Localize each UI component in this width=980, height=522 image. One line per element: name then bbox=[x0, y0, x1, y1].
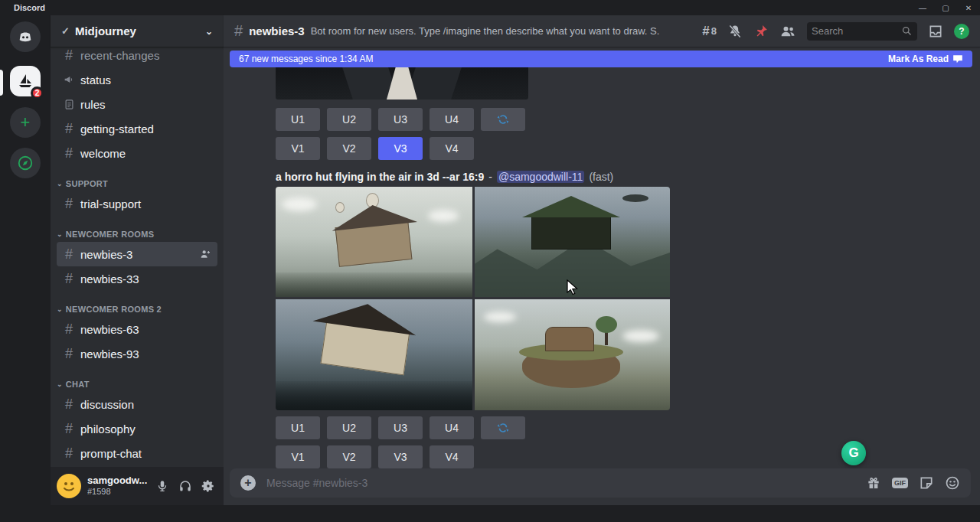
inbox-button[interactable] bbox=[928, 24, 943, 39]
close-button[interactable]: ✕ bbox=[957, 0, 980, 15]
add-server-button[interactable]: + bbox=[10, 107, 41, 138]
u4-button[interactable]: U4 bbox=[430, 416, 474, 439]
category-newcomer-rooms-2[interactable]: ⌄ NEWCOMER ROOMS 2 bbox=[57, 302, 217, 317]
emoji-icon[interactable] bbox=[945, 475, 960, 491]
gear-icon bbox=[201, 479, 215, 493]
help-button[interactable]: ? bbox=[954, 24, 969, 39]
gif-picker-button[interactable]: GIF bbox=[892, 478, 908, 488]
generated-image-4[interactable] bbox=[475, 299, 670, 410]
discord-window: Discord — ▢ ✕ 2 + bbox=[0, 0, 980, 522]
mark-as-read-button[interactable]: Mark As Read bbox=[888, 54, 963, 64]
author-mention[interactable]: @samgoodwill-11 bbox=[497, 171, 584, 183]
category-chat[interactable]: ⌄ CHAT bbox=[57, 377, 217, 392]
v4-button[interactable]: V4 bbox=[430, 137, 474, 160]
new-messages-bar[interactable]: 67 new messages since 1:34 AM Mark As Re… bbox=[230, 51, 972, 67]
member-list-button[interactable] bbox=[779, 24, 796, 39]
v1-button[interactable]: V1 bbox=[276, 445, 320, 468]
minimize-button[interactable]: — bbox=[911, 0, 934, 15]
chevron-down-icon: ⌄ bbox=[57, 305, 63, 313]
cloud bbox=[484, 312, 516, 322]
category-newcomer-rooms[interactable]: ⌄ NEWCOMER ROOMS bbox=[57, 227, 217, 242]
channel-label: newbies-63 bbox=[80, 323, 139, 336]
channel-label: newbies-93 bbox=[80, 347, 139, 361]
channel-list: # recent-changes status rules bbox=[51, 47, 224, 505]
v3-button-selected[interactable]: V3 bbox=[378, 137, 423, 160]
hash-icon: # bbox=[63, 246, 75, 263]
server-header[interactable]: ✓ Midjourney ⌄ bbox=[51, 15, 224, 47]
u3-button[interactable]: U3 bbox=[378, 108, 423, 131]
channel-trial-support[interactable]: # trial-support bbox=[57, 191, 217, 216]
explore-servers-button[interactable] bbox=[10, 148, 41, 178]
variation-button-row: V1 V2 V3 V4 bbox=[276, 445, 980, 468]
u4-button[interactable]: U4 bbox=[430, 108, 474, 131]
invite-people-icon[interactable] bbox=[199, 248, 211, 260]
maximize-button[interactable]: ▢ bbox=[934, 0, 957, 15]
notification-settings-button[interactable] bbox=[727, 24, 743, 39]
v2-button[interactable]: V2 bbox=[327, 445, 371, 468]
channel-sidebar: ✓ Midjourney ⌄ # recent-changes status bbox=[51, 15, 224, 505]
v2-button[interactable]: V2 bbox=[327, 137, 371, 160]
hash-icon: # bbox=[63, 445, 75, 462]
user-identity[interactable]: samgoodw... #1598 bbox=[87, 475, 147, 497]
speed-mode: (fast) bbox=[589, 171, 613, 183]
gift-icon[interactable] bbox=[866, 475, 881, 491]
user-settings-button[interactable] bbox=[199, 477, 217, 495]
new-messages-text: 67 new messages since 1:34 AM bbox=[239, 54, 373, 64]
channel-prompt-chat[interactable]: # prompt-chat bbox=[57, 441, 217, 465]
deafen-button[interactable] bbox=[176, 477, 194, 495]
grammarly-widget[interactable]: G bbox=[841, 441, 866, 465]
v4-button[interactable]: V4 bbox=[430, 445, 474, 468]
category-support[interactable]: ⌄ SUPPORT bbox=[57, 176, 217, 191]
u1-button[interactable]: U1 bbox=[276, 108, 320, 131]
channel-recent-changes[interactable]: # recent-changes bbox=[57, 47, 217, 67]
cloud bbox=[282, 197, 317, 211]
v3-button[interactable]: V3 bbox=[378, 445, 423, 468]
reroll-button[interactable] bbox=[481, 108, 525, 131]
channel-newbies-3[interactable]: # newbies-3 bbox=[57, 242, 217, 266]
channel-label: recent-changes bbox=[80, 49, 159, 62]
generated-image-previous[interactable] bbox=[276, 67, 528, 100]
channel-getting-started[interactable]: # getting-started bbox=[57, 116, 217, 141]
channel-discussion[interactable]: # discussion bbox=[57, 392, 217, 416]
hash-icon: # bbox=[63, 421, 75, 437]
u2-button[interactable]: U2 bbox=[327, 416, 371, 439]
channel-topic[interactable]: Bot room for new users. Type /imagine th… bbox=[311, 25, 659, 37]
user-discriminator: #1598 bbox=[87, 487, 147, 497]
u2-button[interactable]: U2 bbox=[327, 108, 371, 131]
u1-button[interactable]: U1 bbox=[276, 416, 320, 439]
generated-image-3[interactable] bbox=[276, 299, 472, 410]
channel-newbies-93[interactable]: # newbies-93 bbox=[57, 341, 217, 366]
generated-image-2[interactable] bbox=[475, 187, 670, 297]
message-input-placeholder[interactable]: Message #newbies-3 bbox=[266, 477, 855, 489]
channel-label: prompt-chat bbox=[80, 447, 142, 460]
roof bbox=[522, 196, 620, 217]
chat-main: # newbies-3 Bot room for new users. Type… bbox=[224, 15, 980, 505]
attach-file-button[interactable]: + bbox=[240, 475, 256, 491]
channel-newbies-63[interactable]: # newbies-63 bbox=[57, 317, 217, 341]
compass-icon bbox=[17, 155, 34, 171]
server-icon-midjourney[interactable]: 2 bbox=[10, 66, 41, 96]
generated-image-1[interactable] bbox=[276, 187, 472, 297]
mute-microphone-button[interactable] bbox=[153, 477, 172, 495]
threads-icon: # bbox=[702, 24, 709, 39]
channel-newbies-33[interactable]: # newbies-33 bbox=[57, 266, 217, 291]
channel-status[interactable]: status bbox=[57, 67, 217, 92]
house bbox=[531, 216, 611, 250]
channel-welcome[interactable]: # welcome bbox=[57, 141, 217, 165]
home-button[interactable] bbox=[10, 21, 41, 52]
u3-button[interactable]: U3 bbox=[378, 416, 423, 439]
ground bbox=[276, 272, 472, 297]
chevron-down-icon: ⌄ bbox=[205, 26, 213, 37]
v1-button[interactable]: V1 bbox=[276, 137, 320, 160]
channel-rules[interactable]: rules bbox=[57, 92, 217, 116]
threads-button[interactable]: # 8 bbox=[702, 24, 717, 39]
sticker-icon[interactable] bbox=[919, 475, 934, 491]
pinned-messages-button[interactable] bbox=[753, 24, 769, 39]
user-avatar[interactable] bbox=[57, 474, 81, 498]
prompt-text: a horro hut flying in the air in 3d --ar… bbox=[276, 171, 484, 183]
reroll-button[interactable] bbox=[481, 416, 525, 439]
channel-philosophy[interactable]: # philosophy bbox=[57, 416, 217, 441]
message-composer[interactable]: + Message #newbies-3 GIF bbox=[230, 468, 971, 498]
members-icon bbox=[779, 24, 796, 39]
search-input[interactable]: Search bbox=[807, 22, 917, 41]
